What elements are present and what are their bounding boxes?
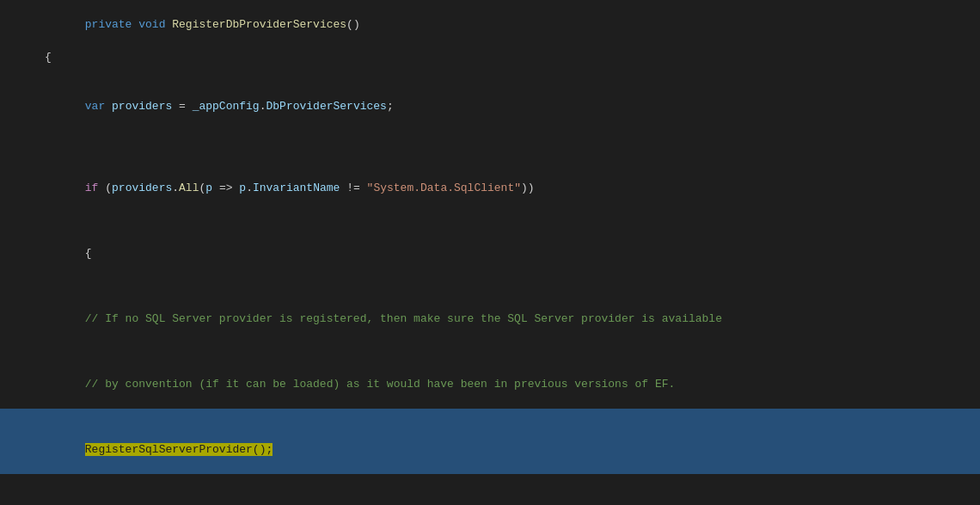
code-editor: private void RegisterDbProviderServices(… <box>0 0 980 505</box>
code-line: var providers = _appConfig.DbProviderSer… <box>0 65 980 131</box>
code-line: // by convention (if it can be loaded) a… <box>0 343 980 409</box>
code-line: { <box>0 49 980 65</box>
code-line: private void RegisterDbProviderServices(… <box>0 0 980 49</box>
code-line: if (providers.All(p => p.InvariantName !… <box>0 147 980 212</box>
code-line: { <box>0 212 980 278</box>
code-line <box>0 131 980 147</box>
code-line: // If no SQL Server provider is register… <box>0 278 980 343</box>
code-line: RegisterSqlServerProvider(); <box>0 409 980 474</box>
code-line: } <box>0 474 980 505</box>
